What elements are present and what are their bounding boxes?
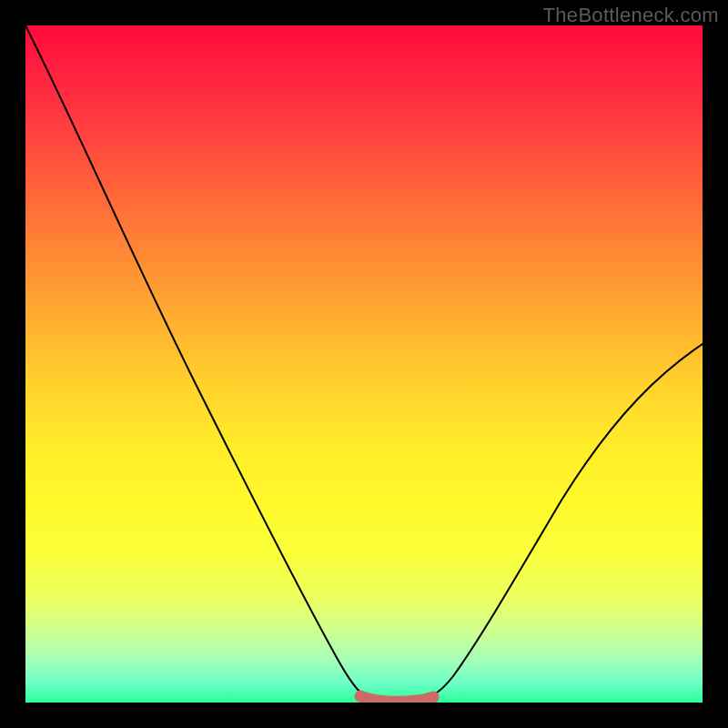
chart-svg [25, 25, 703, 703]
optimal-range-marker-path [360, 696, 433, 702]
watermark-text: TheBottleneck.com [543, 4, 719, 27]
chart-frame: TheBottleneck.com [0, 0, 728, 728]
plot-area [25, 25, 703, 703]
bottleneck-curve-path [25, 25, 703, 702]
